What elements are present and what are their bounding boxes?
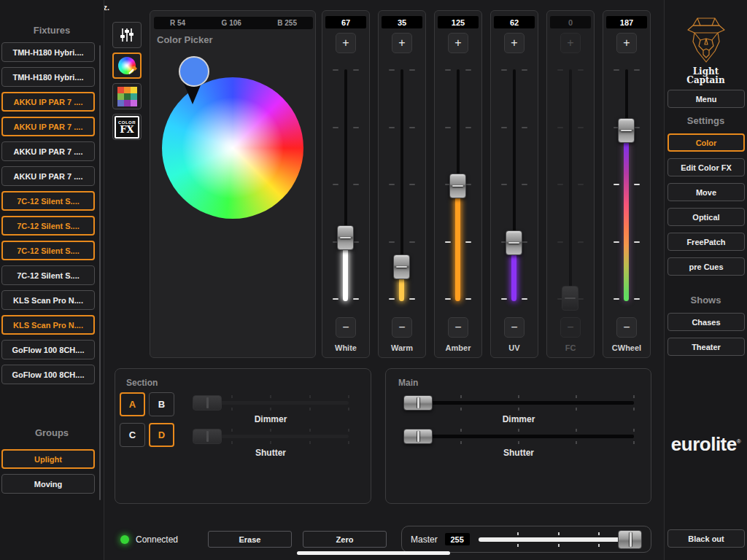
slider-thumb[interactable] — [403, 395, 433, 411]
settings-item-freepatch[interactable]: FreePatch — [667, 233, 745, 251]
group-item-uplight[interactable]: Uplight — [1, 449, 95, 469]
group-item-moving[interactable]: Moving — [1, 474, 95, 494]
fader-light-bar — [624, 141, 629, 301]
fader-thumb[interactable] — [449, 174, 466, 198]
slider-tick — [231, 408, 233, 411]
slider-track[interactable] — [405, 401, 634, 405]
fader-decrement-button[interactable]: − — [336, 317, 356, 338]
zero-button[interactable]: Zero — [303, 531, 387, 548]
erase-button[interactable]: Erase — [208, 531, 292, 548]
fixture-item[interactable]: AKKU IP PAR 7 .... — [1, 166, 95, 186]
fader-tick — [465, 298, 471, 300]
fader-tick — [578, 69, 584, 71]
fader-increment-button[interactable]: + — [336, 33, 356, 53]
brand-text: eurolite — [671, 433, 737, 455]
palette-color-cell — [131, 93, 137, 100]
slider-label: Dimmer — [193, 414, 349, 424]
fader-tick — [333, 298, 338, 300]
tool-fader-view[interactable] — [112, 22, 142, 48]
tool-color-palette[interactable] — [112, 83, 142, 109]
fixture-item[interactable]: AKKU IP PAR 7 .... — [1, 141, 95, 161]
section-button-b[interactable]: B — [149, 392, 174, 416]
master-track[interactable] — [479, 537, 639, 542]
settings-item-move[interactable]: Move — [667, 183, 745, 201]
fader-thumb[interactable] — [337, 225, 354, 250]
settings-item-edit-color-fx[interactable]: Edit Color FX — [667, 158, 745, 176]
section-button-c[interactable]: C — [120, 423, 145, 447]
fader-label: Amber — [435, 343, 481, 352]
fixture-item[interactable]: 7C-12 Silent S.... — [1, 241, 95, 260]
palette-color-cell — [131, 100, 137, 106]
slider-tick — [460, 429, 462, 432]
slider-tick — [576, 395, 577, 398]
fader-increment-button[interactable]: + — [616, 33, 637, 53]
home-indicator[interactable] — [297, 551, 450, 555]
fader-decrement-button[interactable]: − — [504, 317, 525, 338]
fixture-item[interactable]: KLS Scan Pro N.... — [1, 315, 95, 335]
fader-thumb[interactable] — [393, 254, 410, 279]
shows-item-chases[interactable]: Chases — [667, 313, 745, 331]
fader-decrement-button[interactable]: − — [616, 317, 637, 338]
fader-increment-button[interactable]: + — [448, 33, 468, 53]
fixture-item[interactable]: GoFlow 100 8CH.... — [1, 340, 95, 359]
slider-tick — [518, 395, 519, 398]
fader-increment-button[interactable]: + — [560, 33, 581, 53]
menu-button[interactable]: Menu — [667, 90, 745, 108]
section-button-a[interactable]: A — [120, 392, 145, 416]
slider-thumb-grip — [206, 431, 209, 442]
fixture-item[interactable]: TMH-H180 Hybri.... — [1, 42, 95, 62]
fader-thumb[interactable] — [618, 118, 635, 143]
slider-thumb[interactable] — [193, 395, 222, 411]
fader-decrement-button[interactable]: − — [392, 317, 412, 338]
fixture-item[interactable]: AKKU IP PAR 7 .... — [1, 117, 95, 136]
fixture-item[interactable]: KLS Scan Pro N.... — [1, 290, 95, 310]
fixture-item[interactable]: AKKU IP PAR 7 .... — [1, 92, 95, 112]
slider-thumb[interactable] — [193, 429, 222, 444]
fader-tick — [389, 298, 395, 300]
slider-track[interactable] — [405, 435, 634, 438]
master-tick — [558, 532, 560, 535]
slider-tick — [348, 441, 349, 444]
tool-color-fx[interactable]: COLOR FX — [112, 114, 142, 140]
blackout-button[interactable]: Black out — [667, 529, 745, 548]
fader-label: FC — [547, 343, 594, 352]
fixture-item[interactable]: GoFlow 100 8CH.... — [1, 365, 95, 384]
fader-tick — [522, 69, 527, 71]
settings-item-optical[interactable]: Optical — [667, 208, 745, 226]
fader-decrement-button[interactable]: − — [560, 317, 581, 338]
fader-thumb[interactable] — [562, 286, 578, 311]
fader-tick — [634, 241, 640, 243]
light-captain-logo — [681, 16, 732, 67]
fader-column-uv: 62+−UV — [490, 10, 538, 358]
fader-value: 35 — [382, 16, 422, 28]
tool-color-picker[interactable] — [112, 52, 142, 79]
shows-item-theater[interactable]: Theater — [667, 338, 745, 356]
fader-column-white: 67+−White — [322, 10, 370, 358]
fader-increment-button[interactable]: + — [504, 33, 525, 53]
slider-tick — [231, 395, 233, 398]
fixture-item[interactable]: 7C-12 Silent S.... — [1, 216, 95, 236]
fader-tick — [409, 127, 415, 128]
master-slider — [479, 530, 640, 549]
settings-item-pre-cues[interactable]: pre Cues — [667, 257, 745, 276]
settings-item-color[interactable]: Color — [667, 133, 745, 152]
slider-tick — [270, 441, 271, 444]
fixture-item[interactable]: 7C-12 Silent S.... — [1, 265, 95, 285]
slider-thumb[interactable] — [403, 429, 433, 444]
fader-tick — [557, 127, 563, 128]
fader-increment-button[interactable]: + — [392, 33, 412, 53]
color-pin[interactable] — [179, 56, 209, 87]
slider-tick — [309, 408, 311, 411]
fader-tick — [445, 127, 451, 128]
slider-tick — [460, 395, 462, 398]
fader-tick — [409, 241, 415, 243]
fader-track[interactable] — [569, 69, 572, 298]
fixtures-scrollbar[interactable] — [99, 45, 101, 500]
fader-thumb[interactable] — [506, 230, 522, 255]
eurolite-logo: eurolite® — [665, 433, 747, 456]
master-thumb[interactable] — [618, 530, 642, 549]
section-button-d[interactable]: D — [149, 423, 174, 447]
fixture-item[interactable]: TMH-H180 Hybri.... — [1, 67, 95, 87]
fader-decrement-button[interactable]: − — [448, 317, 468, 338]
fixture-item[interactable]: 7C-12 Silent S.... — [1, 191, 95, 211]
